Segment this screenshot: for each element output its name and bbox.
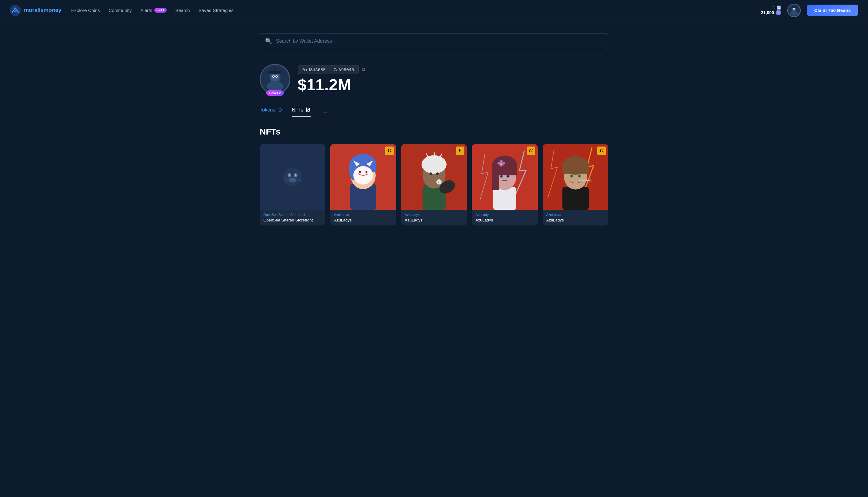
- coin-icon: [776, 10, 781, 15]
- user-avatar[interactable]: [787, 4, 801, 17]
- tab-nfts[interactable]: NFTs 🖼: [292, 107, 311, 117]
- svg-point-24: [295, 174, 296, 176]
- svg-point-5: [794, 8, 795, 10]
- main-content: 🔍: [250, 21, 618, 238]
- svg-point-37: [366, 171, 367, 173]
- svg-rect-8: [793, 5, 796, 8]
- nfts-tab-icon: 🖼: [306, 107, 311, 113]
- arrow-indicator: ←: [323, 109, 329, 115]
- nft-name-4: AzuLadys: [546, 218, 605, 223]
- svg-point-43: [422, 155, 446, 173]
- nft-image-2: F: [401, 144, 467, 210]
- nft-collection-1: AzuLadys: [334, 213, 392, 216]
- nft-collection-2: AzuLadys: [405, 213, 463, 216]
- nav-right: 1 🔄 21,000 Claim 750 Beans: [761, 4, 858, 17]
- nft-info-4: AzuLadys AzuLadys: [543, 210, 608, 226]
- svg-point-36: [359, 171, 361, 173]
- svg-rect-81: [590, 179, 591, 183]
- nft-badge-3: C: [527, 146, 535, 155]
- nfts-section-title: NFTs: [260, 127, 608, 137]
- nft-image-1: C: [330, 144, 396, 210]
- svg-rect-72: [562, 164, 589, 173]
- svg-rect-69: [562, 187, 589, 210]
- tab-tokens[interactable]: Tokens ⬡: [260, 107, 282, 117]
- svg-point-67: [507, 175, 509, 177]
- svg-point-6: [790, 11, 798, 16]
- nft-card-1[interactable]: C: [330, 144, 396, 226]
- copy-icon[interactable]: ⧉: [362, 67, 365, 72]
- tokens-tab-label: Tokens: [260, 107, 275, 113]
- svg-point-47: [429, 172, 432, 175]
- nft-image-4: C: [543, 144, 608, 210]
- nft-card-3[interactable]: C: [472, 144, 538, 226]
- svg-point-59: [500, 160, 503, 162]
- svg-point-63: [500, 163, 502, 165]
- nav-search[interactable]: Search: [175, 8, 190, 13]
- nft-badge-4: C: [597, 146, 606, 155]
- streak-row: 1 🔄: [773, 5, 781, 10]
- nft-card-4[interactable]: C: [543, 144, 608, 226]
- wallet-address: 0xd8dA6BF...7aA96045: [298, 65, 359, 74]
- svg-point-16: [266, 81, 284, 91]
- nft-info-2: AzuLadys AzuLadys: [401, 210, 467, 226]
- svg-point-48: [436, 172, 439, 175]
- svg-point-78: [571, 175, 572, 177]
- svg-point-14: [273, 76, 274, 77]
- nft-name-1: AzuLadys: [334, 218, 392, 223]
- tabs-row: Tokens ⬡ NFTs 🖼 ←: [260, 107, 608, 117]
- navigation: moralismoney Explore Coins Community Ale…: [0, 0, 868, 21]
- nfts-section: NFTs: [260, 127, 608, 226]
- nft-badge-1: C: [385, 146, 394, 155]
- svg-point-20: [283, 168, 302, 186]
- svg-point-4: [793, 8, 794, 10]
- nft-card-2[interactable]: F: [401, 144, 467, 226]
- profile-info: 0xd8dA6BF...7aA96045 ⧉ $11.2M: [298, 64, 365, 93]
- svg-point-15: [276, 76, 277, 77]
- nfts-tab-label: NFTs: [292, 107, 303, 113]
- svg-rect-57: [492, 170, 499, 190]
- svg-rect-80: [579, 180, 590, 181]
- claim-beans-button[interactable]: Claim 750 Beans: [807, 4, 858, 16]
- svg-point-23: [289, 174, 290, 176]
- streak-icon: 🔄: [777, 5, 781, 10]
- tokens-tab-icon: ⬡: [278, 107, 282, 113]
- search-container: 🔍: [260, 33, 608, 49]
- nav-explore-coins[interactable]: Explore Coins: [71, 8, 100, 13]
- svg-point-19: [268, 71, 282, 73]
- logo[interactable]: moralismoney: [10, 5, 61, 16]
- profile-section: Level 2 0xd8dA6BF...7aA96045 ⧉ $11.2M: [260, 64, 608, 95]
- profile-avatar: [260, 64, 290, 95]
- streak-count: 1: [773, 5, 775, 10]
- svg-point-62: [503, 162, 505, 165]
- nft-collection-3: AzuLadys: [475, 213, 534, 216]
- coins-count: 21,000: [761, 10, 774, 15]
- beta-badge: BETA: [155, 8, 167, 13]
- nft-grid: OpenSea Shared Storefront OpenSea Shared…: [260, 144, 608, 226]
- nft-info-3: AzuLadys AzuLadys: [472, 210, 538, 226]
- coins-row: 21,000: [761, 10, 781, 15]
- nft-card-0[interactable]: OpenSea Shared Storefront OpenSea Shared…: [260, 144, 325, 226]
- svg-point-60: [498, 162, 500, 165]
- nft-name-3: AzuLadys: [475, 218, 534, 223]
- svg-point-66: [500, 175, 502, 177]
- nav-community[interactable]: Community: [108, 8, 132, 13]
- svg-text:♪: ♪: [438, 180, 439, 184]
- svg-point-79: [578, 175, 580, 177]
- nav-saved-strategies[interactable]: Saved Strategies: [198, 8, 234, 13]
- nav-alerts[interactable]: Alerts BETA: [140, 8, 167, 13]
- nft-name-2: AzuLadys: [405, 218, 463, 223]
- svg-rect-53: [493, 187, 516, 210]
- nft-image-0: [260, 144, 325, 210]
- coins-area: 1 🔄 21,000: [761, 5, 781, 15]
- nav-links: Explore Coins Community Alerts BETA Sear…: [71, 8, 751, 13]
- nft-badge-2: F: [456, 146, 465, 155]
- wallet-address-row: 0xd8dA6BF...7aA96045 ⧉: [298, 65, 365, 74]
- nft-collection-4: AzuLadys: [546, 213, 605, 216]
- nft-info-0: OpenSea Shared Storefront OpenSea Shared…: [260, 210, 325, 226]
- level-badge: Level 2: [266, 90, 284, 96]
- search-icon: 🔍: [265, 38, 272, 44]
- search-input[interactable]: [260, 33, 608, 49]
- nft-collection-0: OpenSea Shared Storefront: [263, 213, 322, 216]
- nft-info-1: AzuLadys AzuLadys: [330, 210, 396, 226]
- nft-image-3: C: [472, 144, 538, 210]
